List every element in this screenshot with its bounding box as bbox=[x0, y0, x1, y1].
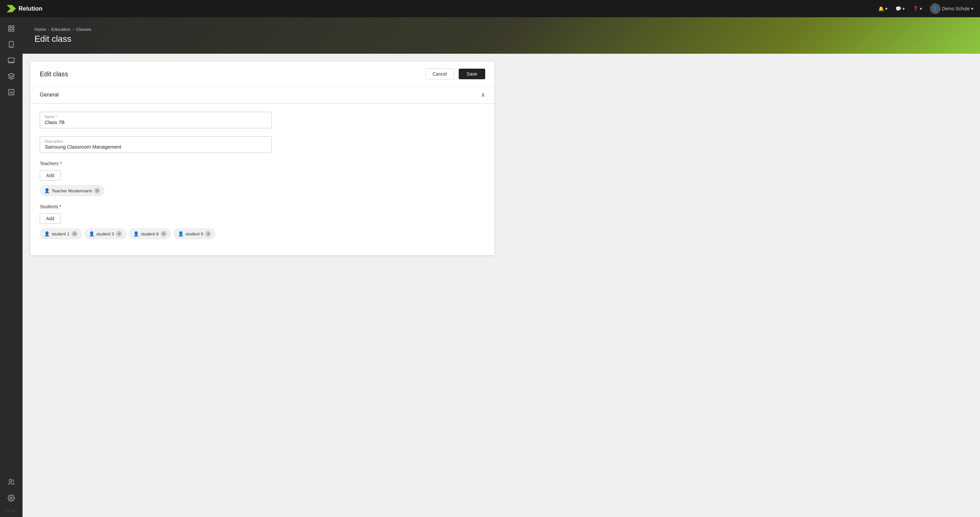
name-label: Name * bbox=[45, 115, 267, 119]
chat-icon: 💬 bbox=[896, 6, 901, 11]
collapse-icon: ∧ bbox=[481, 91, 485, 99]
students-tag-list: 👤 student 1 ✕ 👤 student 3 ✕ 👤 student 8 … bbox=[40, 228, 485, 239]
name-input[interactable] bbox=[45, 120, 267, 125]
student-name-3: student 9 bbox=[186, 231, 204, 236]
svg-rect-1 bbox=[12, 26, 14, 28]
description-input[interactable] bbox=[45, 144, 267, 150]
app-name: Relution bbox=[19, 5, 43, 12]
breadcrumb-sep-1: › bbox=[48, 27, 49, 32]
teachers-label: Teachers * bbox=[40, 161, 485, 166]
classroom-icon bbox=[8, 57, 15, 64]
students-field-group: Students * Add 👤 student 1 ✕ 👤 student 3… bbox=[40, 204, 485, 239]
breadcrumb-education[interactable]: Education bbox=[51, 27, 71, 32]
version-label: 5.17.0-... bbox=[5, 509, 18, 513]
remove-student-3-button[interactable]: ✕ bbox=[205, 231, 211, 237]
add-teacher-button[interactable]: Add bbox=[40, 170, 60, 181]
svg-rect-2 bbox=[9, 29, 11, 31]
sidebar-item-settings[interactable] bbox=[4, 491, 19, 506]
add-student-button[interactable]: Add bbox=[40, 213, 60, 224]
student-tag-0: 👤 student 1 ✕ bbox=[40, 228, 82, 239]
user-menu-button[interactable]: 👤 Demo Schule ▾ bbox=[930, 3, 974, 14]
panel-title: Edit class bbox=[40, 70, 68, 78]
student-name-0: student 1 bbox=[52, 231, 70, 236]
messages-button[interactable]: 💬 ▾ bbox=[896, 6, 905, 11]
students-label: Students * bbox=[40, 204, 485, 209]
general-section-header[interactable]: General ∧ bbox=[30, 86, 495, 104]
sidebar-item-classroom[interactable] bbox=[4, 53, 19, 68]
panel-header: Edit class Cancel Save bbox=[30, 62, 495, 86]
breadcrumb-classes[interactable]: Classes bbox=[76, 27, 91, 32]
reports-icon bbox=[8, 89, 15, 96]
svg-rect-3 bbox=[12, 29, 14, 31]
svg-point-13 bbox=[10, 497, 12, 499]
student-tag-3: 👤 student 9 ✕ bbox=[173, 228, 216, 239]
breadcrumb-home[interactable]: Home bbox=[35, 27, 46, 32]
help-button[interactable]: ❓ ▾ bbox=[913, 6, 922, 11]
notifications-button[interactable]: 🔔 ▾ bbox=[878, 6, 888, 11]
avatar-icon: 👤 bbox=[932, 6, 938, 11]
topnav-right: 🔔 ▾ 💬 ▾ ❓ ▾ 👤 Demo Schule ▾ bbox=[878, 3, 974, 14]
top-navigation: Relution 🔔 ▾ 💬 ▾ ❓ ▾ 👤 Demo Schule ▾ bbox=[0, 0, 980, 17]
breadcrumb: Home › Education › Classes bbox=[35, 27, 968, 32]
svg-point-12 bbox=[9, 480, 11, 482]
person-icon: 👤 bbox=[44, 188, 50, 193]
help-icon: ❓ bbox=[913, 6, 918, 11]
grid-icon bbox=[8, 25, 15, 32]
name-field-group: Name * bbox=[40, 112, 485, 128]
remove-student-2-button[interactable]: ✕ bbox=[161, 231, 167, 237]
remove-teacher-0-button[interactable]: ✕ bbox=[94, 188, 100, 194]
person-icon-s0: 👤 bbox=[44, 231, 50, 236]
page-header: Home › Education › Classes Edit class bbox=[22, 17, 980, 54]
person-icon-s2: 👤 bbox=[133, 231, 139, 236]
user-label: Demo Schule bbox=[942, 6, 970, 11]
sidebar: 5.17.0-... bbox=[0, 17, 22, 517]
sidebar-item-reports[interactable] bbox=[4, 85, 19, 99]
svg-rect-6 bbox=[8, 58, 14, 62]
page-title: Edit class bbox=[35, 34, 968, 44]
person-icon-s1: 👤 bbox=[89, 231, 94, 236]
name-field-wrapper: Name * bbox=[40, 112, 272, 128]
svg-point-5 bbox=[11, 46, 11, 47]
logo-icon bbox=[6, 5, 16, 12]
user-chevron: ▾ bbox=[971, 6, 974, 11]
remove-student-1-button[interactable]: ✕ bbox=[116, 231, 122, 237]
svg-rect-0 bbox=[9, 26, 11, 28]
gear-icon bbox=[8, 495, 15, 502]
avatar: 👤 bbox=[930, 3, 940, 14]
teacher-name-0: Teacher Mustermann bbox=[52, 188, 92, 193]
devices-icon bbox=[8, 41, 15, 48]
main-content: Edit class Cancel Save General ∧ Name * bbox=[22, 54, 980, 517]
teacher-tag-0: 👤 Teacher Mustermann ✕ bbox=[40, 185, 104, 196]
teachers-field-group: Teachers * Add 👤 Teacher Mustermann ✕ bbox=[40, 161, 485, 196]
edit-class-panel: Edit class Cancel Save General ∧ Name * bbox=[30, 62, 495, 255]
app-logo[interactable]: Relution bbox=[6, 5, 43, 12]
description-label: Description bbox=[45, 139, 267, 143]
teachers-tag-list: 👤 Teacher Mustermann ✕ bbox=[40, 185, 485, 196]
sidebar-item-users[interactable] bbox=[4, 475, 19, 490]
notifications-chevron: ▾ bbox=[885, 6, 888, 11]
description-field-wrapper: Description bbox=[40, 136, 272, 153]
education-icon bbox=[8, 73, 15, 80]
student-tag-1: 👤 student 3 ✕ bbox=[84, 228, 127, 239]
bell-icon: 🔔 bbox=[878, 6, 884, 11]
student-tag-2: 👤 student 8 ✕ bbox=[129, 228, 171, 239]
sidebar-item-dashboard[interactable] bbox=[4, 21, 19, 36]
breadcrumb-sep-2: › bbox=[73, 27, 74, 32]
person-icon-s3: 👤 bbox=[178, 231, 184, 236]
sidebar-item-devices[interactable] bbox=[4, 37, 19, 52]
panel-actions: Cancel Save bbox=[426, 68, 485, 80]
student-name-1: student 3 bbox=[97, 231, 115, 236]
remove-student-0-button[interactable]: ✕ bbox=[72, 231, 78, 237]
general-section-body: Name * Description Teachers * Add 👤 bbox=[30, 104, 495, 255]
save-button[interactable]: Save bbox=[459, 69, 485, 79]
general-section-title: General bbox=[40, 92, 59, 98]
sidebar-item-education[interactable] bbox=[4, 69, 19, 84]
description-field-group: Description bbox=[40, 136, 485, 153]
messages-chevron: ▾ bbox=[902, 6, 905, 11]
help-chevron: ▾ bbox=[920, 6, 922, 11]
users-icon bbox=[8, 479, 15, 486]
student-name-2: student 8 bbox=[141, 231, 159, 236]
cancel-button[interactable]: Cancel bbox=[426, 68, 454, 80]
